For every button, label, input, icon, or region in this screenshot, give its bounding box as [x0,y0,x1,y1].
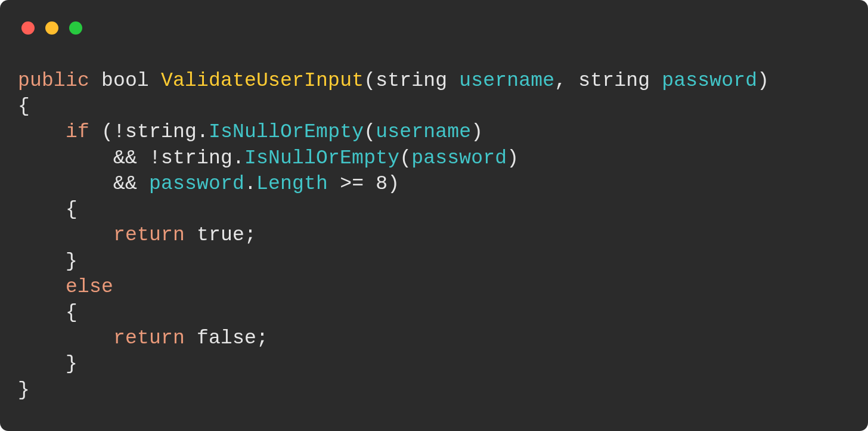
code-token-punct: } [18,379,30,401]
code-token-punct: ; [244,224,256,246]
code-token-punct: (! [89,121,125,143]
code-token-keyword: if [66,121,89,143]
code-token-punct: ) [507,147,519,169]
code-token-punct: ) [388,173,399,195]
code-token-keyword: return [113,224,185,246]
code-line: } [18,250,78,272]
code-token-punct: . [232,147,244,169]
code-token-keyword: else [66,276,113,298]
code-token-param: password [149,173,244,195]
code-token-punct: ( [364,70,376,92]
code-line: else [18,276,113,298]
code-line: { [18,95,30,117]
code-token-punct: } [18,353,78,375]
code-line: { [18,199,78,221]
code-token-punct: . [197,121,209,143]
code-token-punct: . [244,173,256,195]
code-token-default [185,327,197,349]
code-line: } [18,379,30,401]
code-token-member: Length [256,173,328,195]
code-token-type: string [578,70,650,92]
window-controls [21,21,850,35]
code-token-bool: true [197,224,244,246]
code-token-punct: , [554,70,578,92]
code-token-default [89,70,101,92]
code-token-punct: && [113,173,149,195]
code-window: public bool ValidateUserInput(string use… [0,0,868,431]
code-token-default [185,224,197,246]
code-token-member: IsNullOrEmpty [244,147,399,169]
code-token-punct: } [18,250,78,272]
code-token-type: string [125,121,197,143]
code-token-default [650,70,662,92]
code-token-punct: ( [399,147,411,169]
code-token-bool: false [197,327,256,349]
code-token-punct: >= [328,173,376,195]
code-token-default [18,173,113,195]
code-line: if (!string.IsNullOrEmpty(username) [18,121,483,143]
code-token-param: username [459,70,554,92]
code-token-member: IsNullOrEmpty [209,121,364,143]
minimize-icon[interactable] [45,21,58,35]
zoom-icon[interactable] [69,21,82,35]
code-token-default [18,224,113,246]
code-token-default [18,121,66,143]
code-token-default [149,70,161,92]
code-line: } [18,353,78,375]
code-token-punct: { [18,302,78,324]
code-token-punct: ) [471,121,483,143]
code-token-punct: ( [364,121,376,143]
code-token-param: password [662,70,757,92]
code-token-type: string [161,147,232,169]
code-line: return false; [18,327,268,349]
code-line: { [18,302,78,324]
code-token-type: string [376,70,447,92]
code-token-punct: ) [757,70,769,92]
code-token-param: username [376,121,471,143]
code-token-punct: { [18,95,30,117]
close-icon[interactable] [21,21,35,35]
code-token-number: 8 [376,173,388,195]
code-token-keyword: return [113,327,185,349]
code-token-punct: ; [256,327,268,349]
code-block: public bool ValidateUserInput(string use… [18,68,850,403]
code-token-default [18,276,66,298]
code-line: return true; [18,224,256,246]
code-line: && password.Length >= 8) [18,173,399,195]
code-line: && !string.IsNullOrEmpty(password) [18,147,519,169]
code-token-punct: && ! [113,147,161,169]
code-token-type: bool [101,70,149,92]
code-token-keyword: public [18,70,89,92]
code-token-default [447,70,459,92]
code-token-param: password [411,147,507,169]
code-token-punct: { [18,199,78,221]
code-token-default [18,327,113,349]
code-token-default [18,147,113,169]
code-line: public bool ValidateUserInput(string use… [18,70,769,92]
code-token-method: ValidateUserInput [161,70,364,92]
